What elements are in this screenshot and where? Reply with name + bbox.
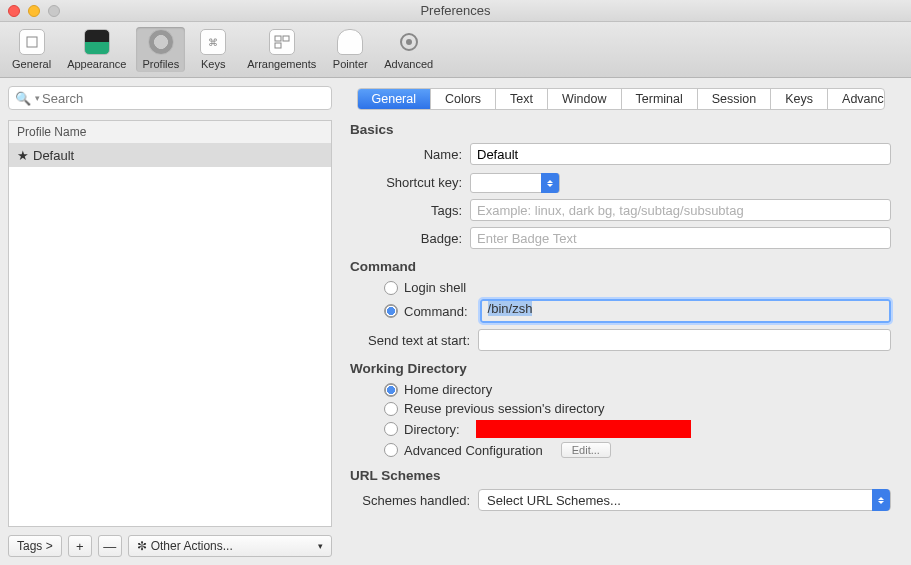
toolbar-appearance[interactable]: Appearance: [61, 27, 132, 72]
name-label: Name:: [350, 147, 470, 162]
command-input[interactable]: /bin/zsh: [480, 299, 891, 323]
schemes-select[interactable]: Select URL Schemes...: [478, 489, 891, 511]
general-icon: [19, 29, 45, 55]
search-input[interactable]: [42, 91, 325, 106]
svg-rect-4: [275, 43, 281, 48]
send-text-input[interactable]: [478, 329, 891, 351]
schemes-label: Schemes handled:: [350, 493, 478, 508]
toolbar-label: Advanced: [384, 58, 433, 70]
svg-point-6: [406, 39, 412, 45]
toolbar-keys[interactable]: ⌘ Keys: [189, 27, 237, 72]
toolbar-label: Pointer: [333, 58, 368, 70]
tab-terminal[interactable]: Terminal: [622, 89, 698, 109]
add-profile-button[interactable]: +: [68, 535, 92, 557]
svg-rect-3: [283, 36, 289, 41]
toolbar-label: Arrangements: [247, 58, 316, 70]
advanced-icon: [396, 29, 422, 55]
shortcut-select[interactable]: [470, 173, 560, 193]
name-input[interactable]: [470, 143, 891, 165]
appearance-icon: [84, 29, 110, 55]
chevron-down-icon: ▾: [35, 93, 40, 103]
chevron-updown-icon: [872, 489, 890, 511]
toolbar-label: Appearance: [67, 58, 126, 70]
command-label: Command:: [404, 304, 468, 319]
star-icon: ★: [17, 148, 29, 163]
chevron-updown-icon: [541, 173, 559, 193]
tab-session[interactable]: Session: [698, 89, 771, 109]
tags-label: Tags:: [350, 203, 470, 218]
badge-label: Badge:: [350, 231, 470, 246]
other-actions-label: Other Actions...: [151, 539, 233, 553]
toolbar-profiles[interactable]: Profiles: [136, 27, 185, 72]
edit-button: Edit...: [561, 442, 611, 458]
titlebar: Preferences: [0, 0, 911, 22]
tab-keys[interactable]: Keys: [771, 89, 828, 109]
chevron-down-icon: ▾: [318, 541, 323, 551]
advanced-config-label: Advanced Configuration: [404, 443, 543, 458]
window-title: Preferences: [0, 3, 911, 18]
keys-icon: ⌘: [200, 29, 226, 55]
search-field[interactable]: 🔍 ▾: [8, 86, 332, 110]
tab-colors[interactable]: Colors: [431, 89, 496, 109]
section-command: Command: [350, 259, 891, 274]
other-actions-select[interactable]: ✼ Other Actions... ▾: [128, 535, 332, 557]
reuse-dir-label: Reuse previous session's directory: [404, 401, 604, 416]
tags-button[interactable]: Tags >: [8, 535, 62, 557]
gear-icon: ✼: [137, 539, 147, 553]
home-dir-label: Home directory: [404, 382, 492, 397]
toolbar-advanced[interactable]: Advanced: [378, 27, 439, 72]
login-shell-label: Login shell: [404, 280, 466, 295]
sidebar-footer: Tags > + — ✼ Other Actions... ▾: [8, 535, 332, 557]
section-url-schemes: URL Schemes: [350, 468, 891, 483]
section-working-directory: Working Directory: [350, 361, 891, 376]
advanced-config-radio[interactable]: [384, 443, 398, 457]
arrangements-icon: [269, 29, 295, 55]
profile-tabs: General Colors Text Window Terminal Sess…: [357, 88, 885, 110]
directory-radio[interactable]: [384, 422, 398, 436]
badge-input[interactable]: [470, 227, 891, 249]
tab-advanced[interactable]: Advanced: [828, 89, 884, 109]
svg-text:⌘: ⌘: [208, 37, 218, 48]
directory-label: Directory:: [404, 422, 460, 437]
pointer-icon: [337, 29, 363, 55]
section-basics: Basics: [350, 122, 891, 137]
profiles-icon: [148, 29, 174, 55]
toolbar-label: General: [12, 58, 51, 70]
search-icon: 🔍: [15, 91, 31, 106]
tags-input[interactable]: [470, 199, 891, 221]
directory-input[interactable]: [476, 420, 691, 438]
toolbar-label: Keys: [201, 58, 225, 70]
toolbar-label: Profiles: [142, 58, 179, 70]
shortcut-label: Shortcut key:: [350, 175, 470, 190]
schemes-value: Select URL Schemes...: [487, 493, 621, 508]
toolbar-general[interactable]: General: [6, 27, 57, 72]
profile-header: Profile Name: [9, 121, 331, 144]
tab-general[interactable]: General: [358, 89, 431, 109]
remove-profile-button[interactable]: —: [98, 535, 122, 557]
tab-window[interactable]: Window: [548, 89, 621, 109]
profile-row[interactable]: ★ Default: [9, 144, 331, 167]
tab-text[interactable]: Text: [496, 89, 548, 109]
svg-rect-0: [27, 37, 37, 47]
prefs-toolbar: General Appearance Profiles ⌘ Keys Arran…: [0, 22, 911, 78]
profile-name: Default: [33, 148, 74, 163]
settings-pane: General Colors Text Window Terminal Sess…: [340, 78, 911, 565]
svg-rect-2: [275, 36, 281, 41]
toolbar-arrangements[interactable]: Arrangements: [241, 27, 322, 72]
login-shell-radio[interactable]: [384, 281, 398, 295]
command-radio[interactable]: [384, 304, 398, 318]
reuse-dir-radio[interactable]: [384, 402, 398, 416]
profile-list: Profile Name ★ Default: [8, 120, 332, 527]
toolbar-pointer[interactable]: Pointer: [326, 27, 374, 72]
sidebar: 🔍 ▾ Profile Name ★ Default Tags > + — ✼ …: [0, 78, 340, 565]
home-dir-radio[interactable]: [384, 383, 398, 397]
send-text-label: Send text at start:: [350, 333, 478, 348]
